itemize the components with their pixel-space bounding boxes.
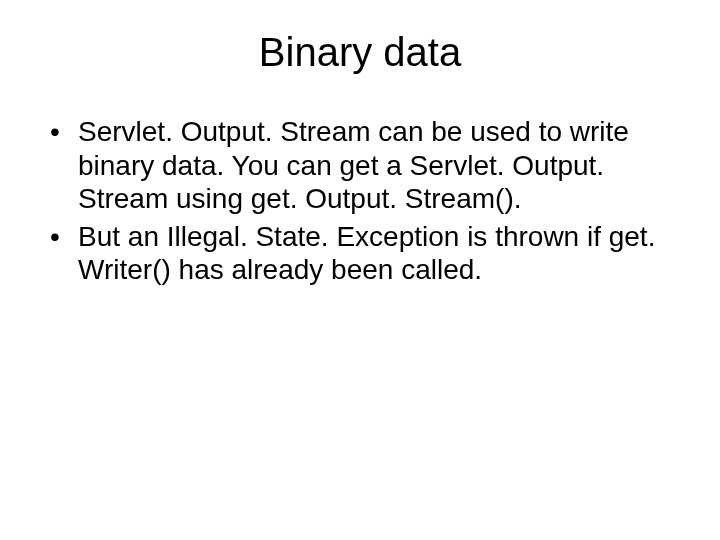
slide-title: Binary data [40, 30, 680, 75]
list-item: Servlet. Output. Stream can be used to w… [50, 115, 680, 216]
list-item: But an Illegal. State. Exception is thro… [50, 220, 680, 287]
slide: Binary data Servlet. Output. Stream can … [0, 0, 720, 540]
bullet-list: Servlet. Output. Stream can be used to w… [50, 115, 680, 287]
